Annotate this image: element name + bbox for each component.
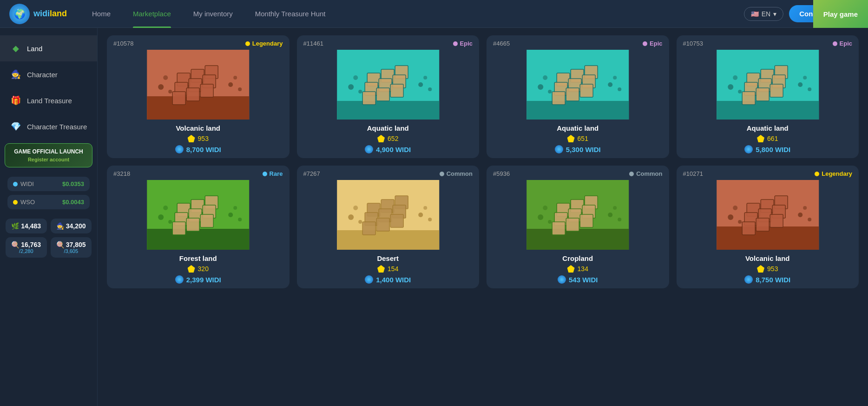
badge-dot-1 [453, 41, 458, 46]
header: 🌍 widiland Home Marketplace My inventory… [0, 0, 868, 28]
sidebar-item-land[interactable]: ◆ Land [0, 35, 97, 61]
svg-point-99 [428, 218, 432, 221]
score-icon-7 [757, 265, 764, 273]
card-body-6: Cropland 134 543 WIDI [487, 250, 669, 288]
wso-label: WSO [13, 199, 35, 206]
svg-point-118 [613, 206, 617, 210]
svg-rect-110 [552, 222, 565, 235]
nav-marketplace[interactable]: Marketplace [122, 0, 182, 28]
card-image-5 [297, 180, 480, 250]
card-name-2: Aquatic land [493, 124, 663, 132]
svg-point-135 [803, 206, 807, 210]
card-id-5: #7267 [303, 170, 320, 177]
card-id-1: #11461 [303, 40, 323, 47]
svg-rect-42 [552, 92, 565, 105]
card-image-7 [677, 180, 859, 250]
svg-rect-69 [147, 229, 249, 250]
card-4[interactable]: #3218 Rare Forest [107, 166, 289, 288]
token-amount-4: 🍭 37,805 [54, 241, 88, 248]
score-icon-2 [567, 135, 575, 142]
svg-point-100 [353, 206, 358, 210]
card-price-5: 1,400 WIDI [303, 275, 473, 284]
card-body-7: Volcanic land 953 8,750 WIDI [677, 250, 859, 288]
score-icon-4 [188, 265, 195, 273]
price-coin-3 [744, 145, 753, 153]
svg-point-12 [168, 90, 172, 93]
card-2[interactable]: #4665 Epic Aquatic [487, 35, 669, 158]
token-box-3: 🍭 16,763 /2,280 [6, 237, 47, 258]
svg-point-82 [238, 218, 242, 221]
land-treasure-label: Land Treasure [27, 97, 72, 105]
svg-point-114 [548, 220, 552, 224]
card-0[interactable]: #10578 Legendary V [107, 35, 289, 158]
language-selector[interactable]: 🇺🇸 EN ▾ [744, 7, 783, 21]
svg-rect-103 [526, 229, 629, 250]
svg-rect-86 [337, 230, 439, 250]
nav-my-inventory[interactable]: My inventory [182, 0, 244, 28]
svg-point-115 [608, 213, 612, 217]
price-coin-1 [365, 145, 373, 153]
banner-sub: Register account [10, 157, 87, 162]
svg-point-28 [348, 84, 354, 90]
card-3[interactable]: #10753 Epic Aquati [677, 35, 859, 158]
nav-monthly-treasure[interactable]: Monthly Treasure Hunt [244, 0, 337, 28]
card-5[interactable]: #7267 Common Deser [297, 166, 480, 288]
svg-point-97 [358, 220, 362, 224]
svg-point-101 [423, 206, 427, 210]
svg-point-80 [168, 220, 172, 224]
sidebar-item-character[interactable]: 🧙 Character [0, 61, 97, 87]
svg-point-29 [358, 90, 362, 93]
svg-point-84 [233, 206, 237, 210]
svg-point-16 [233, 76, 237, 80]
game-banner[interactable]: GAME OFFICIAL LAUNCH Register account [5, 143, 92, 167]
svg-point-14 [238, 87, 242, 91]
sidebar-item-land-treasure[interactable]: 🎁 Land Treasure [0, 87, 97, 113]
card-score-0: 953 [113, 135, 283, 142]
token-amount-3: 🍭 16,763 [9, 241, 43, 248]
widi-stat: WIDI $0.0353 [7, 177, 90, 191]
badge-dot-2 [643, 41, 647, 46]
svg-point-83 [163, 206, 168, 210]
svg-rect-111 [566, 218, 579, 231]
wso-stat: WSO $0.0043 [7, 195, 90, 209]
score-icon-6 [567, 265, 575, 273]
svg-point-50 [613, 76, 617, 80]
card-price-0: 8,700 WIDI [113, 145, 283, 153]
token-amount-2: 🧙 34,200 [54, 222, 88, 230]
svg-point-133 [808, 218, 811, 221]
play-game-button[interactable]: Play game [813, 0, 868, 28]
card-name-5: Desert [303, 254, 473, 262]
card-7[interactable]: #10271 Legendary V [677, 166, 859, 288]
card-price-6: 543 WIDI [493, 275, 663, 284]
layout: ◆ Land 🧙 Character 🎁 Land Treasure 💎 Cha… [0, 28, 868, 406]
svg-point-63 [738, 90, 742, 93]
card-id-3: #10753 [683, 40, 703, 47]
svg-point-45 [538, 84, 543, 90]
card-price-1: 4,900 WIDI [303, 145, 473, 153]
svg-point-132 [798, 213, 802, 217]
card-score-1: 652 [303, 135, 473, 142]
card-header-2: #4665 Epic [487, 35, 669, 50]
svg-rect-26 [376, 88, 389, 101]
card-6[interactable]: #5936 Common Cropl [487, 166, 669, 288]
card-badge-3: Epic [833, 40, 852, 47]
logo[interactable]: 🌍 widiland [9, 4, 67, 24]
sidebar-item-character-treasure[interactable]: 💎 Character Treasure [0, 113, 97, 140]
logo-text: widiland [33, 9, 67, 19]
score-icon-0 [188, 135, 195, 142]
card-badge-5: Common [440, 170, 473, 177]
svg-point-66 [733, 75, 737, 80]
card-image-4 [107, 180, 289, 250]
card-1[interactable]: #11461 Epic Aquati [297, 35, 480, 158]
svg-point-30 [418, 82, 423, 87]
svg-rect-27 [390, 84, 403, 97]
card-score-7: 953 [683, 265, 853, 273]
card-id-0: #10578 [113, 40, 133, 47]
card-body-2: Aquatic land 651 5,300 WIDI [487, 120, 669, 158]
svg-point-131 [738, 220, 742, 224]
widi-price: $0.0353 [62, 180, 84, 187]
svg-rect-127 [742, 222, 755, 235]
nav-home[interactable]: Home [81, 0, 122, 28]
token-sub-4: /3,605 [54, 248, 88, 254]
character-treasure-label: Character Treasure [27, 123, 87, 131]
